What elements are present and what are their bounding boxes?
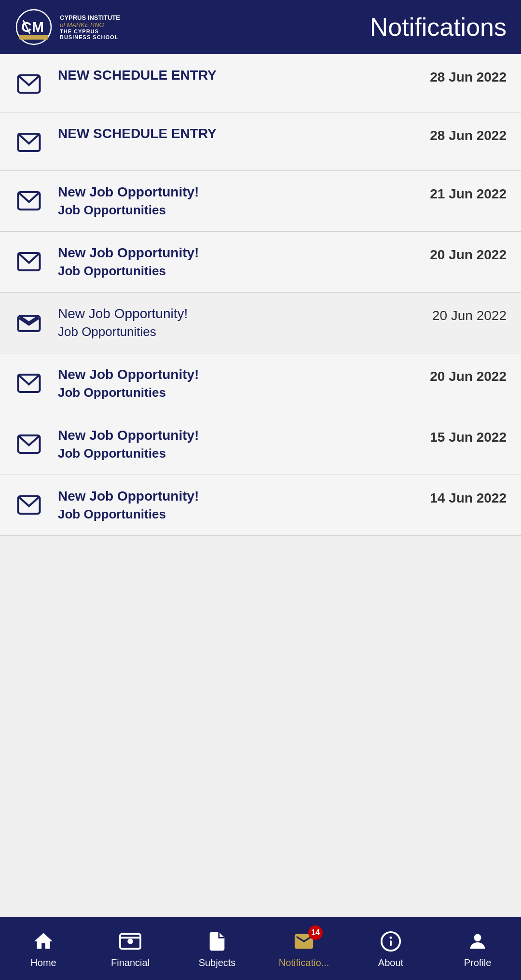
notification-date: 28 Jun 2022 [430, 126, 507, 143]
nav-item-subjects[interactable]: Subjects [174, 917, 260, 980]
notification-content: New Job Opportunity!Job Opportunities [58, 367, 415, 400]
notification-item[interactable]: New Job Opportunity!Job Opportunities14 … [0, 475, 521, 536]
notification-content: NEW SCHEDULE ENTRY [58, 126, 415, 141]
notification-content: New Job Opportunity!Job Opportunities [58, 184, 415, 218]
nav-label-profile: Profile [464, 957, 492, 968]
notification-date: 15 Jun 2022 [430, 428, 507, 445]
notification-title: New Job Opportunity! [58, 245, 415, 261]
nav-item-notifications[interactable]: 14 Notificatio... [260, 917, 347, 980]
notification-date: 20 Jun 2022 [432, 306, 507, 323]
notification-content: New Job Opportunity!Job Opportunities [58, 428, 415, 461]
page-title: Notifications [370, 13, 507, 42]
notification-item[interactable]: New Job Opportunity!Job Opportunities20 … [0, 232, 521, 293]
svg-point-21 [474, 934, 481, 941]
notification-title: New Job Opportunity! [58, 489, 415, 504]
notification-content: New Job Opportunity!Job Opportunities [58, 306, 418, 339]
svg-rect-6 [19, 35, 48, 40]
notification-item[interactable]: New Job Opportunity!Job Opportunities15 … [0, 414, 521, 475]
notification-subtitle: Job Opportunities [58, 446, 415, 461]
logo-text: CYPRUS INSTITUTE of MARKETING THE CYPRUS… [60, 14, 120, 40]
notification-item[interactable]: NEW SCHEDULE ENTRY28 Jun 2022 [0, 112, 521, 171]
notification-date: 20 Jun 2022 [430, 245, 507, 263]
home-icon [31, 929, 55, 953]
mail-icon [14, 308, 43, 337]
notification-content: NEW SCHEDULE ENTRY [58, 68, 415, 83]
app-header: C M CYPRUS INSTITUTE of MARKETING THE CY… [0, 0, 521, 54]
nav-item-profile[interactable]: Profile [434, 917, 521, 980]
nav-label-about: About [378, 957, 403, 968]
subjects-icon [205, 929, 229, 953]
bottom-navigation: Home Financial Subjects 14 Notificatio [0, 917, 521, 980]
notification-subtitle: Job Opportunities [58, 507, 415, 522]
notification-title: New Job Opportunity! [58, 367, 415, 382]
notification-title: New Job Opportunity! [58, 428, 415, 443]
notification-title: New Job Opportunity! [58, 184, 415, 200]
notification-item[interactable]: New Job Opportunity!Job Opportunities20 … [0, 353, 521, 414]
nav-label-subjects: Subjects [199, 957, 236, 968]
about-icon [379, 929, 403, 953]
svg-text:M: M [32, 19, 44, 35]
notification-subtitle: Job Opportunities [58, 264, 415, 279]
nav-label-notifications: Notificatio... [279, 957, 329, 968]
nav-item-about[interactable]: About [347, 917, 434, 980]
mail-icon [14, 247, 43, 276]
nav-item-financial[interactable]: Financial [87, 917, 174, 980]
notification-subtitle: Job Opportunities [58, 385, 415, 400]
notifications-icon: 14 [292, 929, 316, 953]
notification-date: 28 Jun 2022 [430, 68, 507, 85]
nav-item-home[interactable]: Home [0, 917, 87, 980]
svg-point-16 [127, 938, 133, 944]
mail-icon [14, 70, 43, 98]
logo-container: C M CYPRUS INSTITUTE of MARKETING THE CY… [14, 8, 120, 46]
notification-date: 21 Jun 2022 [430, 184, 507, 202]
nav-label-home: Home [30, 957, 56, 968]
notification-item[interactable]: NEW SCHEDULE ENTRY28 Jun 2022 [0, 54, 521, 112]
notification-item[interactable]: New Job Opportunity!Job Opportunities21 … [0, 171, 521, 232]
notification-content: New Job Opportunity!Job Opportunities [58, 245, 415, 279]
mail-icon [14, 430, 43, 459]
notification-date: 14 Jun 2022 [430, 489, 507, 506]
cim-logo-icon: C M [14, 8, 53, 46]
notification-content: New Job Opportunity!Job Opportunities [58, 489, 415, 522]
mail-icon [14, 128, 43, 157]
notification-subtitle: Job Opportunities [58, 324, 418, 339]
notification-title: NEW SCHEDULE ENTRY [58, 126, 415, 141]
financial-icon [118, 929, 142, 953]
profile-icon [466, 929, 490, 953]
notifications-list: NEW SCHEDULE ENTRY28 Jun 2022 NEW SCHEDU… [0, 54, 521, 917]
notification-date: 20 Jun 2022 [430, 367, 507, 384]
notification-title: NEW SCHEDULE ENTRY [58, 68, 415, 83]
mail-icon [14, 186, 43, 215]
notification-title: New Job Opportunity! [58, 306, 418, 322]
mail-icon [14, 369, 43, 398]
notification-subtitle: Job Opportunities [58, 203, 415, 218]
notification-badge: 14 [308, 925, 323, 940]
mail-icon [14, 490, 43, 519]
notification-item[interactable]: New Job Opportunity!Job Opportunities20 … [0, 293, 521, 353]
nav-label-financial: Financial [111, 957, 150, 968]
svg-point-20 [390, 937, 392, 939]
